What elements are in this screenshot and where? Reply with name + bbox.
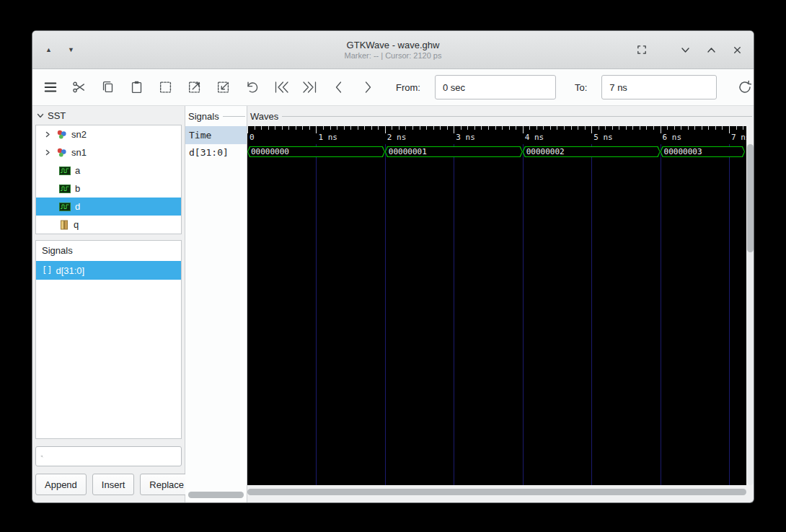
bus-segment: 00000002 [523, 146, 661, 157]
waves-hscroll-area [247, 485, 754, 502]
main-area: SST sn2 [32, 106, 754, 502]
grid-line [454, 144, 454, 485]
timeline-ruler[interactable]: 01 ns2 ns3 ns4 ns5 ns6 ns7 ns [247, 126, 746, 144]
tree-item-label: d [75, 201, 80, 212]
scrollbar-thumb[interactable] [188, 492, 244, 498]
paste-icon[interactable] [128, 78, 146, 97]
signal-name-label: d[31:0] [189, 147, 229, 158]
tree-item-label: sn1 [71, 147, 87, 158]
tree-item-label: sn2 [71, 129, 87, 140]
waves-column: Waves 01 ns2 ns3 ns4 ns5 ns6 ns7 ns 0000… [247, 106, 754, 502]
tree-item-label: a [75, 165, 80, 176]
menu-icon[interactable] [41, 78, 60, 97]
tick-label: 7 ns [731, 133, 746, 142]
close-icon[interactable] [730, 43, 743, 56]
to-label: To: [575, 82, 587, 93]
marker-cursor-status: Marker: -- | Cursor: 2120 ps [345, 51, 442, 61]
bus-value: 00000000 [251, 147, 289, 156]
scrollbar-thumb[interactable] [747, 144, 754, 252]
append-button[interactable]: Append [35, 474, 87, 495]
titlebar-up-arrow-icon[interactable]: ▲ [45, 46, 52, 53]
component-icon [56, 147, 67, 158]
tick-label: 4 ns [525, 133, 544, 142]
sidebar-buttons: Append Insert Replace [35, 474, 182, 495]
bus-value: 00000002 [526, 147, 565, 156]
signal-search[interactable] [35, 446, 182, 466]
bus-segment: 00000000 [247, 146, 385, 157]
grid-line [385, 144, 386, 485]
search-input[interactable] [47, 451, 177, 463]
tick-label: 3 ns [456, 133, 475, 142]
maximize-icon[interactable] [705, 43, 717, 56]
prev-edge-icon[interactable] [330, 78, 348, 97]
from-input[interactable] [435, 75, 556, 99]
tick-label: 0 [250, 133, 255, 142]
header-rule [282, 116, 752, 117]
tree-item-d[interactable]: d [36, 198, 181, 216]
go-to-end-icon[interactable] [301, 78, 319, 97]
next-edge-icon[interactable] [358, 78, 377, 97]
tree-item-q[interactable]: q [36, 216, 181, 234]
waves-horizontal-scrollbar[interactable] [247, 489, 746, 495]
tree-item-sn1[interactable]: sn1 [36, 143, 181, 161]
go-to-start-icon[interactable] [272, 78, 291, 97]
titlebar[interactable]: ▲ ▼ GTKWave - wave.ghw Marker: -- | Curs… [32, 31, 754, 69]
tree-item-b[interactable]: b [36, 179, 181, 198]
expander-icon[interactable] [45, 131, 52, 138]
tree-item-label: b [75, 183, 80, 194]
insert-button[interactable]: Insert [92, 474, 135, 495]
signals-column-title: Signals [188, 111, 219, 122]
to-input[interactable] [601, 75, 717, 99]
fullscreen-icon[interactable] [635, 43, 648, 56]
tick-label: 6 ns [663, 133, 682, 142]
waves-column-header: Waves [247, 109, 754, 123]
grid-line [661, 144, 661, 485]
waves-vertical-scrollbar[interactable] [747, 144, 754, 485]
window-controls [635, 31, 743, 68]
time-row[interactable]: Time [185, 126, 247, 144]
sst-header[interactable]: SST [35, 109, 182, 125]
minimize-icon[interactable] [679, 43, 692, 56]
reload-icon[interactable] [736, 78, 754, 97]
zoom-fit-icon[interactable] [156, 78, 175, 97]
bus-segment: 00000001 [385, 146, 523, 157]
window-title: GTKWave - wave.ghw [347, 40, 440, 51]
bus-icon: [] [42, 265, 52, 275]
bus-value: 00000001 [389, 147, 427, 156]
chevron-down-icon [37, 112, 44, 119]
copy-icon[interactable] [99, 78, 118, 97]
signals-panel-title: Signals [36, 241, 181, 261]
bus-segment: 00000003 [661, 146, 745, 157]
signal-list-item[interactable]: [] d[31:0] [36, 261, 181, 280]
search-icon [40, 451, 43, 462]
grid-line [729, 144, 730, 485]
bus-value: 00000003 [664, 147, 702, 156]
from-label: From: [396, 82, 420, 93]
tick-label: 2 ns [387, 133, 407, 142]
signal-name-row[interactable]: d[31:0] [185, 146, 247, 159]
signals-column-header: Signals [185, 109, 247, 123]
titlebar-text: GTKWave - wave.ghw Marker: -- | Cursor: … [345, 40, 442, 61]
tree-item-label: q [74, 219, 79, 230]
grid-line [591, 144, 592, 485]
component-icon [56, 129, 67, 140]
names-horizontal-scrollbar[interactable] [188, 492, 244, 498]
undo-icon[interactable] [243, 78, 262, 97]
cut-icon[interactable] [70, 78, 89, 97]
zoom-in-icon[interactable] [185, 78, 204, 97]
waves-column-title: Waves [250, 111, 278, 122]
titlebar-down-arrow-icon[interactable]: ▼ [68, 46, 74, 53]
header-rule [223, 116, 245, 117]
wave-icon [59, 167, 71, 175]
scrollbar-thumb[interactable] [247, 489, 746, 495]
wave-icon [59, 185, 71, 193]
port-icon [59, 220, 69, 230]
wave-canvas[interactable]: 00000000000000010000000200000003 [247, 144, 746, 485]
grid-line [523, 144, 524, 485]
tree-item-a[interactable]: a [36, 161, 181, 179]
zoom-out-icon[interactable] [214, 78, 233, 97]
signal-names-column: Signals Time d[31:0] [185, 106, 247, 502]
tree-item-sn2[interactable]: sn2 [36, 125, 181, 143]
titlebar-left-controls: ▲ ▼ [45, 31, 74, 68]
expander-icon[interactable] [45, 149, 52, 156]
